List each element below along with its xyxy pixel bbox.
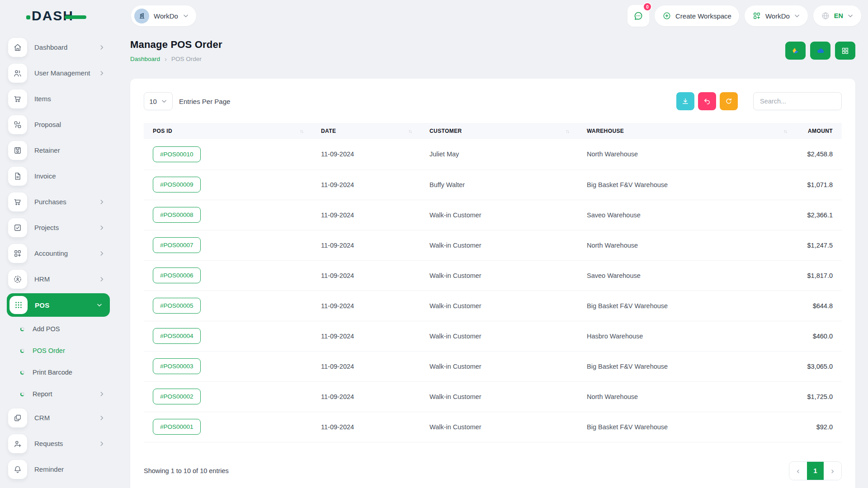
grid-view-button[interactable] bbox=[835, 42, 855, 60]
pos-id-link[interactable]: #POS00009 bbox=[153, 177, 201, 192]
chevron-right-icon bbox=[99, 415, 105, 421]
pos-id-link[interactable]: #POS00008 bbox=[153, 207, 201, 223]
sort-icon[interactable]: ↑↓ bbox=[783, 128, 787, 134]
date-cell: 11-09-2024 bbox=[312, 230, 420, 260]
warehouse-cell: Big Basket F&V Warehouse bbox=[578, 412, 796, 442]
sidebar-item-retainer[interactable]: Retainer bbox=[0, 137, 117, 163]
chevron-right-icon bbox=[99, 44, 105, 51]
entries-per-page-select[interactable]: 10 bbox=[144, 92, 173, 110]
pos-id-cell: #POS00004 bbox=[144, 321, 312, 351]
language-selector[interactable]: EN bbox=[813, 5, 861, 26]
sidebar-item-pos[interactable]: POS bbox=[7, 293, 110, 317]
column-header-date[interactable]: DATE↑↓ bbox=[312, 123, 420, 139]
search-input[interactable] bbox=[753, 92, 842, 110]
amount-cell: $1,725.0 bbox=[796, 381, 842, 412]
workdo-menu-button[interactable]: WorkDo bbox=[745, 5, 808, 26]
logo-dash bbox=[65, 15, 86, 19]
sidebar-item-label: Proposal bbox=[34, 121, 61, 128]
amount-cell: $1,817.0 bbox=[796, 260, 842, 291]
sidebar-item-purchases[interactable]: Purchases bbox=[0, 189, 117, 215]
sidebar-item-label: Items bbox=[34, 95, 51, 103]
controls-right bbox=[676, 92, 842, 110]
pos-id-link[interactable]: #POS00003 bbox=[153, 358, 201, 374]
sidebar-item-user-management[interactable]: User Management bbox=[0, 60, 117, 86]
sidebar-item-projects[interactable]: Projects bbox=[0, 215, 117, 240]
warehouse-cell: Hasbro Warehouse bbox=[578, 321, 796, 351]
sidebar-item-hrm[interactable]: HRM bbox=[0, 266, 117, 292]
google-drive-button[interactable] bbox=[785, 42, 806, 60]
warehouse-cell: Saveo Warehouse bbox=[578, 260, 796, 291]
sidebar-item-proposal[interactable]: Proposal bbox=[0, 112, 117, 137]
customer-cell: Walk-in Customer bbox=[420, 200, 578, 230]
chevron-right-icon bbox=[99, 70, 105, 76]
sidebar-item-label: Invoice bbox=[34, 172, 56, 180]
table-row: #POS0000511-09-2024Walk-in CustomerBig B… bbox=[144, 291, 842, 321]
customer-cell: Walk-in Customer bbox=[420, 260, 578, 291]
pos-order-table: POS ID↑↓DATE↑↓CUSTOMER↑↓WAREHOUSE↑↓AMOUN… bbox=[144, 123, 842, 442]
export-button[interactable] bbox=[676, 92, 694, 110]
pos-id-link[interactable]: #POS00006 bbox=[153, 267, 201, 283]
sidebar-item-label: Requests bbox=[34, 440, 63, 447]
sidebar-subitem-report[interactable]: Report bbox=[0, 383, 117, 405]
sort-icon[interactable]: ↑↓ bbox=[300, 128, 303, 134]
date-cell: 11-09-2024 bbox=[312, 351, 420, 381]
sidebar-subitem-pos-order[interactable]: POS Order bbox=[0, 340, 117, 361]
sort-icon[interactable]: ↑↓ bbox=[566, 128, 569, 134]
sidebar-subitem-add-pos[interactable]: Add POS bbox=[0, 318, 117, 340]
prev-page-button[interactable]: ‹ bbox=[789, 462, 807, 480]
sort-icon[interactable]: ↑↓ bbox=[408, 128, 411, 134]
column-header-customer[interactable]: CUSTOMER↑↓ bbox=[420, 123, 578, 139]
chevron-right-icon bbox=[99, 250, 105, 257]
pos-id-link[interactable]: #POS00010 bbox=[153, 146, 201, 162]
sidebar-item-label: POS bbox=[35, 301, 50, 309]
warehouse-cell: Saveo Warehouse bbox=[578, 200, 796, 230]
sidebar-item-reminder[interactable]: Reminder bbox=[0, 456, 117, 482]
download-icon bbox=[681, 97, 689, 105]
pos-id-link[interactable]: #POS00007 bbox=[153, 237, 201, 253]
sidebar-item-dashboard[interactable]: Dashboard bbox=[0, 34, 117, 60]
current-page-button[interactable]: 1 bbox=[807, 462, 824, 480]
messages-button[interactable]: 0 bbox=[627, 5, 649, 27]
table-row: #POS0000311-09-2024Walk-in CustomerBig B… bbox=[144, 351, 842, 381]
amount-cell: $3,065.0 bbox=[796, 351, 842, 381]
date-cell: 11-09-2024 bbox=[312, 321, 420, 351]
workspace-name: WorkDo bbox=[154, 12, 178, 20]
undo-button[interactable] bbox=[698, 92, 716, 110]
sidebar-item-invoice[interactable]: Invoice bbox=[0, 163, 117, 189]
dots-grid-icon bbox=[9, 296, 28, 314]
sidebar-subitem-print-barcode[interactable]: Print Barcode bbox=[0, 361, 117, 383]
pos-id-link[interactable]: #POS00001 bbox=[153, 419, 201, 435]
bullet-icon bbox=[20, 327, 24, 331]
warehouse-cell: North Warehouse bbox=[578, 139, 796, 169]
column-header-warehouse[interactable]: WAREHOUSE↑↓ bbox=[578, 123, 796, 139]
pos-id-cell: #POS00002 bbox=[144, 381, 312, 412]
column-header-pos-id[interactable]: POS ID↑↓ bbox=[144, 123, 312, 139]
sidebar-item-requests[interactable]: Requests bbox=[0, 431, 117, 456]
next-page-button[interactable]: › bbox=[824, 462, 841, 480]
date-cell: 11-09-2024 bbox=[312, 381, 420, 412]
customer-cell: Walk-in Customer bbox=[420, 321, 578, 351]
create-workspace-button[interactable]: Create Workspace bbox=[655, 5, 739, 26]
workspace-switcher[interactable]: WorkDo bbox=[131, 5, 196, 26]
entries-per-page-label: Entries Per Page bbox=[179, 98, 230, 105]
breadcrumb-dashboard-link[interactable]: Dashboard bbox=[130, 56, 160, 62]
chevron-right-icon bbox=[99, 441, 105, 447]
sidebar-item-accounting[interactable]: Accounting bbox=[0, 240, 117, 266]
grid-icon bbox=[841, 47, 849, 55]
sidebar-subitem-label: Print Barcode bbox=[33, 369, 72, 376]
sidebar-item-items[interactable]: Items bbox=[0, 86, 117, 112]
pos-id-link[interactable]: #POS00004 bbox=[153, 328, 201, 344]
onedrive-button[interactable] bbox=[810, 42, 830, 60]
pos-id-link[interactable]: #POS00005 bbox=[153, 298, 201, 314]
sidebar-item-label: HRM bbox=[34, 275, 50, 283]
table-row: #POS0001011-09-2024Juliet MayNorth Wareh… bbox=[144, 139, 842, 169]
globe-icon bbox=[821, 11, 830, 20]
chevron-down-icon bbox=[96, 302, 103, 308]
sidebar-item-label: Accounting bbox=[34, 249, 68, 257]
topbar-right: 0 Create Workspace WorkDo EN bbox=[627, 5, 861, 27]
pos-id-cell: #POS00007 bbox=[144, 230, 312, 260]
refresh-button[interactable] bbox=[720, 92, 738, 110]
sidebar-item-crm[interactable]: CRM bbox=[0, 405, 117, 431]
breadcrumb: Dashboard › POS Order bbox=[130, 55, 222, 63]
pos-id-link[interactable]: #POS00002 bbox=[153, 389, 201, 404]
